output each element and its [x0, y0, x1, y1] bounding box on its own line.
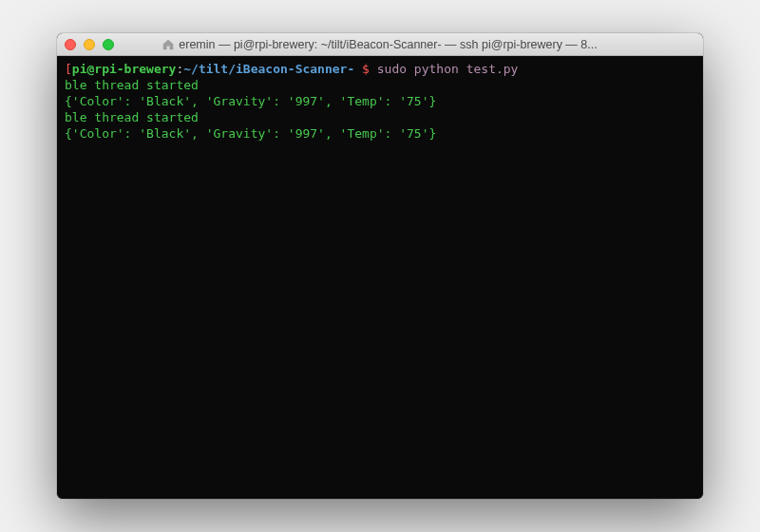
output-line: {'Color': 'Black', 'Gravity': '997', 'Te…	[65, 94, 695, 110]
maximize-icon[interactable]	[103, 39, 114, 50]
window-title: eremin — pi@rpi-brewery: ~/tilt/iBeacon-…	[179, 38, 597, 51]
terminal-window: eremin — pi@rpi-brewery: ~/tilt/iBeacon-…	[57, 33, 703, 499]
titlebar[interactable]: eremin — pi@rpi-brewery: ~/tilt/iBeacon-…	[57, 33, 703, 56]
prompt-dollar: $	[362, 62, 377, 76]
title-area: eremin — pi@rpi-brewery: ~/tilt/iBeacon-…	[57, 38, 703, 51]
output-line: ble thread started	[65, 78, 695, 94]
home-icon	[162, 39, 174, 50]
command-text: sudo python test.py	[377, 62, 519, 76]
traffic-lights	[65, 39, 114, 50]
terminal-body[interactable]: [pi@rpi-brewery:~/tilt/iBeacon-Scanner- …	[57, 56, 703, 499]
close-icon[interactable]	[65, 39, 76, 50]
output-line: {'Color': 'Black', 'Gravity': '997', 'Te…	[65, 126, 695, 142]
prompt-open-bracket: [	[65, 62, 72, 76]
minimize-icon[interactable]	[84, 39, 95, 50]
output-line: ble thread started	[65, 110, 695, 126]
prompt-userhost: pi@rpi-brewery	[72, 62, 177, 76]
prompt-path: ~/tilt/iBeacon-Scanner-	[183, 62, 362, 76]
prompt-line: [pi@rpi-brewery:~/tilt/iBeacon-Scanner- …	[65, 62, 695, 78]
